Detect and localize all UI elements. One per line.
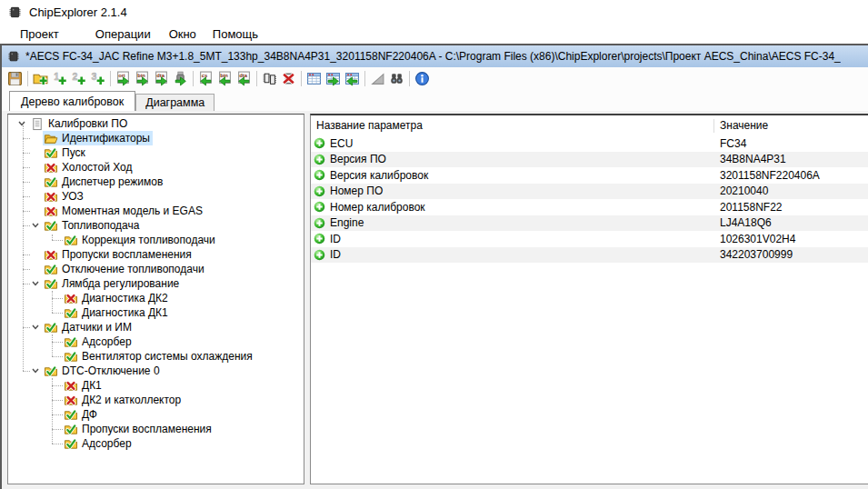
column-header-name[interactable]: Название параметра xyxy=(311,119,714,133)
param-value: 20210040 xyxy=(714,185,768,197)
tree-item[interactable]: УОЗ xyxy=(8,189,304,204)
tree-item[interactable]: ДК1 xyxy=(8,378,304,393)
tree-item-label: Диагностика ДК1 xyxy=(82,306,168,319)
tree-item[interactable]: ДФ xyxy=(8,407,304,422)
folder-cross-icon xyxy=(64,394,78,407)
menu-bar: Проект Операции Окно Помощь xyxy=(0,24,868,44)
import-bin-icon[interactable]: bin xyxy=(215,70,234,88)
add-slot1-icon[interactable]: 1 xyxy=(50,70,69,88)
tree-item[interactable]: Калибровки ПО xyxy=(8,116,304,131)
tree-item[interactable]: Топливоподача xyxy=(8,218,304,233)
search-icon[interactable] xyxy=(387,70,406,88)
folder-check-icon xyxy=(64,306,78,320)
table-row[interactable]: Номер калибровок 201158NF22 xyxy=(311,199,868,215)
document-titlebar[interactable]: *AECS FC-34_JAC Refine M3+1.8_5MT_133hp_… xyxy=(2,45,868,67)
export-ori-icon[interactable]: ori xyxy=(114,70,133,88)
table-import-icon[interactable] xyxy=(343,70,362,88)
tree-item[interactable]: Диагностика ДК2 xyxy=(8,291,304,305)
tree-item-label: Пуск xyxy=(62,146,85,159)
table-icon[interactable] xyxy=(304,70,324,88)
tree-item-label: Моментная модель и EGAS xyxy=(62,205,203,217)
import-dta-icon[interactable]: dta xyxy=(234,70,254,88)
folder-open-icon xyxy=(44,132,58,145)
tree-item[interactable]: Лямбда регулирование xyxy=(8,276,304,291)
table-row[interactable]: Версия калибровок 3201158NF220406A xyxy=(311,167,868,184)
folder-check-icon xyxy=(44,364,58,378)
tree-item[interactable]: Идентификаторы xyxy=(8,131,304,145)
toolbar-separator xyxy=(301,71,302,86)
menu-operations[interactable]: Операции xyxy=(94,25,153,43)
chevron-down-icon[interactable] xyxy=(30,366,41,375)
tree-item-label: Топливоподача xyxy=(62,219,139,232)
document-chip-icon xyxy=(7,50,20,63)
chips-icon[interactable] xyxy=(260,70,279,88)
chevron-down-icon[interactable] xyxy=(30,221,41,230)
add-folder-icon[interactable] xyxy=(31,70,50,88)
folder-check-icon xyxy=(44,263,58,276)
parameter-table-panel: Название параметра Значение ECU FC34 Вер… xyxy=(310,114,868,484)
tree-item[interactable]: Коррекция топливоподачи xyxy=(8,233,304,247)
table-export-icon[interactable] xyxy=(324,70,343,88)
plus-ball-icon xyxy=(314,201,325,213)
column-header-value[interactable]: Значение xyxy=(714,119,768,132)
tree-item-label: Вентилятор системы охлаждения xyxy=(82,350,253,363)
tree-item-label: УОЗ xyxy=(62,190,84,203)
table-row[interactable]: ID 342203700999 xyxy=(311,247,868,264)
slot3-label: 3 xyxy=(92,71,97,82)
chevron-down-icon[interactable] xyxy=(30,323,41,332)
table-row[interactable]: ECU FC34 xyxy=(311,135,868,152)
tab-calibration-tree[interactable]: Дерево калибровок xyxy=(9,91,135,111)
tree-item[interactable]: Адсорбер xyxy=(8,436,304,451)
tab-diagram[interactable]: Диаграмма xyxy=(135,94,215,111)
tree-item[interactable]: DTC-Отключение 0 xyxy=(8,364,304,378)
tree-item[interactable]: Адсорбер xyxy=(8,334,304,349)
param-name: ECU xyxy=(330,137,353,150)
tree-item-label: ДК1 xyxy=(82,379,102,392)
toolbar: 1 2 3 ori bin dta cs bin dta xyxy=(2,67,868,90)
cs-label: cs xyxy=(202,73,207,78)
tree-item-label: Калибровки ПО xyxy=(48,117,127,130)
table-row[interactable]: Номер ПО 20210040 xyxy=(311,184,868,200)
toolbar-separator xyxy=(364,71,365,86)
param-value: 34B8NA4P31 xyxy=(714,153,786,165)
tree-item[interactable]: ДК2 и катколлектор xyxy=(8,393,304,407)
chip-delete-icon[interactable] xyxy=(279,70,298,88)
tree-item[interactable]: Датчики и ИМ xyxy=(8,320,304,334)
tree-item[interactable]: Вентилятор системы охлаждения xyxy=(8,349,304,364)
chevron-down-icon[interactable] xyxy=(16,119,27,128)
app-titlebar[interactable]: ChipExplorer 2.1.4 xyxy=(0,0,868,24)
tree-item[interactable]: Отключение топливоподачи xyxy=(8,262,304,276)
menu-help[interactable]: Помощь xyxy=(211,25,260,43)
export-bin-icon[interactable]: bin xyxy=(133,70,152,88)
tree-item[interactable]: Холостой Ход xyxy=(8,160,304,175)
bin-label: bin xyxy=(137,73,145,78)
toolbar-separator xyxy=(409,71,410,86)
tree-item[interactable]: Пропуски воспламенения xyxy=(8,247,304,262)
menu-project[interactable]: Проект xyxy=(18,25,61,43)
tree-item[interactable]: Моментная модель и EGAS xyxy=(8,204,304,218)
tree-item[interactable]: Диспетчер режимов xyxy=(8,175,304,189)
import-cs-icon[interactable]: cs xyxy=(196,70,215,88)
chevron-down-icon[interactable] xyxy=(30,279,41,288)
table-row[interactable]: Версия ПО 34B8NA4P31 xyxy=(311,152,868,168)
tab-label: Дерево калибровок xyxy=(21,95,124,108)
table-row[interactable]: ID 1026301V02H4 xyxy=(311,231,868,247)
add-slot3-icon[interactable]: 3 xyxy=(88,70,107,88)
tree-item[interactable]: Диагностика ДК1 xyxy=(8,305,304,320)
tree-item[interactable]: Пуск xyxy=(8,145,304,160)
tree-item-label: Диспетчер режимов xyxy=(62,175,163,188)
param-value: 201158NF22 xyxy=(714,201,783,214)
measure-icon[interactable] xyxy=(368,70,387,88)
add-slot2-icon[interactable]: 2 xyxy=(69,70,88,88)
tree-item-label: Холостой Ход xyxy=(62,161,132,174)
info-icon[interactable] xyxy=(413,70,432,88)
save-icon[interactable] xyxy=(5,70,25,88)
plus-ball-icon xyxy=(314,217,325,229)
bin-label: bin xyxy=(220,73,228,78)
tree-item[interactable]: Пропуски воспламенения xyxy=(8,422,304,436)
menu-window[interactable]: Окно xyxy=(167,25,198,43)
export-dta-icon[interactable]: dta xyxy=(152,70,171,88)
folder-cross-icon xyxy=(64,292,78,305)
table-row[interactable]: Engine LJ4A18Q6 xyxy=(311,215,868,232)
export-flash-icon[interactable] xyxy=(171,70,190,88)
